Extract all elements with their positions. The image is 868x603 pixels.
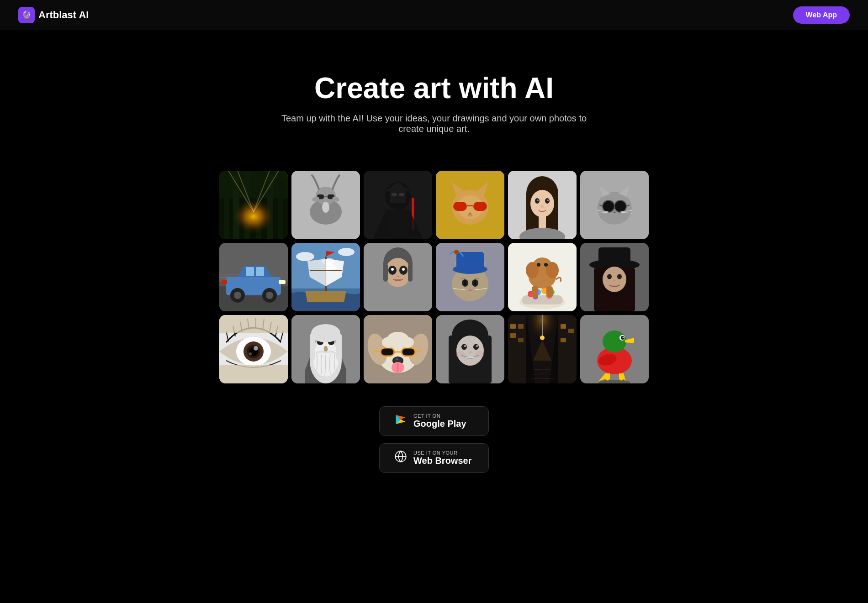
- svg-point-134: [603, 267, 626, 292]
- svg-rect-153: [219, 365, 288, 383]
- logo-icon: 🔮: [18, 7, 35, 23]
- svg-point-191: [456, 351, 465, 357]
- svg-rect-36: [453, 202, 467, 211]
- svg-point-143: [249, 352, 252, 355]
- svg-rect-169: [381, 348, 394, 356]
- svg-rect-75: [256, 267, 264, 276]
- web-browser-button[interactable]: Use it on your Web Browser: [379, 443, 489, 473]
- svg-point-77: [234, 292, 241, 299]
- svg-point-95: [402, 268, 405, 271]
- logo-text: Artblast AI: [38, 9, 89, 21]
- svg-rect-97: [383, 263, 388, 282]
- hero-section: Create art with AI Team up with the AI! …: [0, 30, 868, 157]
- grid-item-dog-sunglasses[interactable]: [364, 315, 432, 383]
- google-play-text: GET IT ON Google Play: [413, 413, 466, 429]
- grid-item-colorful-duck[interactable]: [580, 315, 649, 383]
- svg-point-105: [454, 250, 459, 254]
- grid-item-toy-elephant-candy[interactable]: [508, 243, 577, 311]
- svg-point-187: [473, 344, 479, 350]
- svg-point-192: [475, 351, 484, 357]
- grid-item-cat-sunglasses-color[interactable]: [436, 171, 504, 239]
- svg-point-212: [623, 337, 624, 338]
- svg-rect-129: [546, 286, 553, 298]
- svg-point-126: [537, 263, 540, 267]
- svg-rect-27: [399, 193, 404, 196]
- web-browser-text: Use it on your Web Browser: [413, 450, 471, 466]
- svg-point-180: [382, 337, 396, 348]
- grid-item-cat-fancy-hat[interactable]: [436, 243, 504, 311]
- svg-point-79: [266, 292, 273, 299]
- hero-heading: Create art with AI: [9, 71, 859, 105]
- svg-rect-25: [390, 191, 406, 203]
- svg-point-94: [391, 268, 394, 271]
- svg-point-185: [456, 336, 484, 366]
- svg-point-186: [461, 344, 467, 350]
- svg-rect-81: [222, 280, 227, 284]
- svg-point-58: [603, 200, 614, 212]
- svg-rect-154: [219, 315, 288, 333]
- navbar: 🔮 Artblast AI Web App: [0, 0, 868, 30]
- svg-point-136: [617, 274, 622, 279]
- svg-rect-197: [518, 324, 524, 329]
- svg-point-188: [464, 345, 466, 347]
- svg-rect-128: [532, 286, 538, 298]
- svg-point-108: [464, 280, 466, 286]
- svg-rect-115: [522, 295, 563, 304]
- svg-point-109: [474, 280, 476, 286]
- web-app-button[interactable]: Web App: [793, 6, 850, 24]
- svg-point-96: [397, 275, 399, 277]
- svg-point-142: [254, 346, 258, 351]
- grid-item-cat-bw-sunglasses[interactable]: [580, 171, 649, 239]
- svg-point-209: [603, 330, 626, 352]
- grid-item-girl-cartoon[interactable]: [364, 243, 432, 311]
- svg-rect-170: [402, 348, 415, 356]
- svg-rect-199: [518, 338, 524, 342]
- svg-rect-74: [246, 267, 254, 276]
- svg-rect-202: [561, 338, 566, 342]
- svg-rect-201: [568, 329, 574, 333]
- svg-point-164: [311, 324, 340, 342]
- grid-item-woman-smiling-bw[interactable]: [436, 315, 504, 383]
- svg-point-49: [541, 204, 544, 208]
- svg-rect-196: [510, 324, 516, 329]
- svg-point-44: [530, 190, 554, 217]
- image-grid: [219, 171, 649, 383]
- svg-point-84: [296, 252, 314, 261]
- svg-point-190: [468, 351, 472, 354]
- svg-point-21: [322, 202, 329, 213]
- svg-point-127: [544, 263, 548, 267]
- svg-rect-80: [279, 280, 286, 284]
- svg-point-189: [476, 345, 478, 347]
- grid-item-night-alley[interactable]: [508, 315, 577, 383]
- grid-item-darth-vader[interactable]: [364, 171, 432, 239]
- grid-item-woman-black-hat[interactable]: [580, 243, 649, 311]
- svg-point-48: [547, 199, 549, 201]
- google-play-icon: [394, 413, 407, 429]
- grid-item-wizard-beard[interactable]: [291, 315, 360, 383]
- svg-point-135: [607, 274, 612, 279]
- svg-rect-98: [408, 263, 413, 282]
- google-play-button[interactable]: GET IT ON Google Play: [379, 406, 489, 436]
- svg-point-176: [396, 358, 398, 360]
- grid-item-eye-closeup[interactable]: [219, 315, 288, 383]
- svg-point-85: [338, 248, 355, 256]
- svg-point-124: [526, 262, 539, 278]
- svg-point-181: [400, 337, 414, 348]
- grid-item-sailing-ship[interactable]: [291, 243, 360, 311]
- svg-rect-26: [392, 193, 397, 196]
- svg-point-125: [546, 262, 559, 278]
- svg-rect-104: [456, 252, 484, 270]
- grid-item-goat[interactable]: [291, 171, 360, 239]
- grid-item-blue-car[interactable]: [219, 243, 288, 311]
- svg-rect-200: [561, 324, 566, 329]
- grid-item-forest[interactable]: [219, 171, 288, 239]
- svg-rect-37: [473, 202, 487, 211]
- globe-icon: [394, 450, 407, 466]
- svg-rect-198: [510, 333, 516, 338]
- grid-item-woman-portrait[interactable]: [508, 171, 577, 239]
- hero-subheading: Team up with the AI! Use your ideas, you…: [274, 113, 594, 134]
- svg-rect-132: [598, 247, 630, 266]
- svg-point-59: [614, 200, 626, 212]
- logo-area: 🔮 Artblast AI: [18, 7, 89, 23]
- svg-point-47: [537, 199, 539, 201]
